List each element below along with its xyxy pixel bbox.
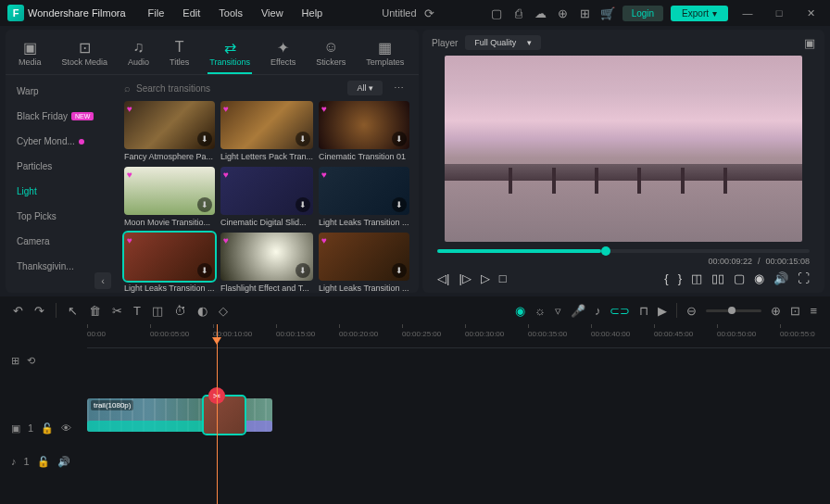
transition-card[interactable]: ♥⬇Cinematic Transition 01 bbox=[319, 101, 409, 161]
download-icon[interactable]: ⬇ bbox=[392, 197, 407, 212]
transition-card[interactable]: ♥⬇Moon Movie Transitio... bbox=[124, 167, 215, 227]
play-button[interactable]: ▷ bbox=[481, 271, 490, 285]
auto-ripple-icon[interactable]: ◉ bbox=[515, 304, 525, 318]
timeline-tracks[interactable]: 00:0000:00:05:0000:00:10:0000:00:15:0000… bbox=[87, 324, 830, 504]
tab-templates[interactable]: ▦Templates bbox=[364, 35, 406, 74]
pointer-tool[interactable]: ↖ bbox=[68, 304, 78, 318]
marker-icon[interactable]: ▿ bbox=[555, 304, 561, 318]
support-icon[interactable]: ⊕ bbox=[556, 6, 571, 20]
transition-card[interactable]: ♥⬇Flashlight Effect and T... bbox=[220, 233, 313, 293]
export-button[interactable]: Export ▾ bbox=[671, 6, 728, 21]
split-button[interactable]: ✂ bbox=[112, 304, 122, 318]
sync-icon[interactable]: ⟳ bbox=[422, 6, 437, 20]
maximize-button[interactable]: □ bbox=[767, 4, 791, 22]
grid-icon[interactable]: ⊞ bbox=[578, 6, 593, 20]
track-options-icon[interactable]: ⊞ bbox=[11, 355, 19, 367]
sidebar-item-warp[interactable]: Warp bbox=[6, 79, 115, 104]
crop-icon[interactable]: ◫ bbox=[691, 271, 702, 285]
menu-help[interactable]: Help bbox=[295, 4, 331, 22]
menu-edit[interactable]: Edit bbox=[175, 4, 208, 22]
redo-button[interactable]: ↷ bbox=[34, 304, 44, 318]
transition-card[interactable]: ♥⬇Fancy Atmosphere Pa... bbox=[124, 101, 215, 161]
zoom-slider[interactable] bbox=[706, 309, 761, 312]
sidebar-item-camera[interactable]: Camera bbox=[6, 229, 115, 254]
next-frame-button[interactable]: |▷ bbox=[459, 271, 471, 285]
download-icon[interactable]: ⬇ bbox=[296, 263, 310, 278]
color-tool[interactable]: ◐ bbox=[197, 304, 208, 318]
render-icon[interactable]: ▶ bbox=[658, 304, 667, 318]
sidebar-item-light[interactable]: Light bbox=[6, 179, 115, 204]
undo-button[interactable]: ↶ bbox=[13, 304, 23, 318]
download-icon[interactable]: ⬇ bbox=[392, 263, 407, 278]
zoom-in-button[interactable]: ⊕ bbox=[771, 304, 781, 318]
download-icon[interactable]: ⬇ bbox=[197, 132, 212, 146]
sidebar-item-toppicks[interactable]: Top Picks bbox=[6, 204, 115, 229]
progress-bar[interactable] bbox=[437, 249, 810, 253]
transition-card[interactable]: ♥⬇Light Letters Pack Tran... bbox=[220, 101, 313, 161]
transition-card[interactable]: ♥⬇Cinematic Digital Slid... bbox=[220, 167, 313, 227]
sidebar-item-blackfriday[interactable]: Black FridayNEW bbox=[6, 104, 115, 129]
prev-frame-button[interactable]: ◁| bbox=[437, 271, 449, 285]
settings-icon[interactable]: ≡ bbox=[810, 304, 817, 318]
time-ruler[interactable]: 00:0000:00:05:0000:00:10:0000:00:15:0000… bbox=[87, 324, 830, 348]
fullscreen-icon[interactable]: ⛶ bbox=[798, 271, 810, 285]
tab-effects[interactable]: ✦Effects bbox=[269, 35, 297, 74]
text-tool[interactable]: T bbox=[133, 304, 141, 318]
monitor-icon[interactable]: ▢ bbox=[489, 6, 504, 20]
tab-titles[interactable]: TTitles bbox=[168, 35, 191, 74]
snapshot-button[interactable]: ▣ bbox=[804, 36, 815, 50]
tab-transitions[interactable]: ⇄Transitions bbox=[208, 35, 252, 74]
speed-tool[interactable]: ⏱ bbox=[174, 304, 186, 318]
fit-button[interactable]: ⊡ bbox=[790, 304, 800, 318]
track-mute-icon[interactable]: 🔊 bbox=[57, 456, 70, 468]
minimize-button[interactable]: — bbox=[736, 4, 760, 22]
link-icon[interactable]: ⊂⊃ bbox=[610, 304, 630, 318]
camera-icon[interactable]: ◉ bbox=[754, 271, 764, 285]
sidebar-item-cybermond[interactable]: Cyber Mond... bbox=[6, 129, 115, 154]
download-icon[interactable]: ⬇ bbox=[296, 132, 310, 146]
transition-card[interactable]: ♥⬇Light Leaks Transition ... bbox=[319, 167, 409, 227]
video-preview[interactable] bbox=[445, 56, 802, 242]
mixer-icon[interactable]: ♪ bbox=[595, 304, 601, 318]
audio-clip[interactable] bbox=[87, 421, 208, 432]
close-button[interactable]: ✕ bbox=[799, 4, 823, 22]
track-link-icon[interactable]: ⟲ bbox=[27, 355, 35, 367]
cart-icon[interactable]: 🛒 bbox=[600, 6, 615, 20]
download-icon[interactable]: ⬇ bbox=[296, 197, 310, 212]
delete-button[interactable]: 🗑 bbox=[89, 304, 101, 318]
save-icon[interactable]: ⎙ bbox=[511, 6, 526, 20]
mic-icon[interactable]: 🎤 bbox=[571, 304, 585, 318]
download-icon[interactable]: ⬇ bbox=[197, 197, 212, 212]
track-lock-icon[interactable]: 🔓 bbox=[37, 456, 50, 468]
mark-out-button[interactable]: } bbox=[678, 271, 682, 285]
filter-dropdown[interactable]: All ▾ bbox=[347, 81, 383, 95]
track-lock-icon[interactable]: 🔓 bbox=[41, 422, 54, 435]
magnet-icon[interactable]: ⊓ bbox=[639, 304, 648, 318]
transition-card[interactable]: ♥⬇Light Leaks Transition ... bbox=[124, 233, 215, 293]
keyframe-tool[interactable]: ◇ bbox=[219, 304, 228, 318]
download-icon[interactable]: ⬇ bbox=[392, 132, 407, 146]
sidebar-item-particles[interactable]: Particles bbox=[6, 154, 115, 179]
audio-clip-2[interactable] bbox=[243, 421, 272, 432]
mark-in-button[interactable]: { bbox=[664, 271, 668, 285]
compare-icon[interactable]: ▯▯ bbox=[711, 271, 724, 285]
tab-stock-media[interactable]: ⊡Stock Media bbox=[60, 35, 110, 74]
transition-clip[interactable] bbox=[204, 397, 245, 434]
login-button[interactable]: Login bbox=[622, 6, 663, 21]
menu-file[interactable]: File bbox=[141, 4, 172, 22]
cloud-icon[interactable]: ☁ bbox=[534, 6, 548, 20]
tab-stickers[interactable]: ☺Stickers bbox=[314, 35, 347, 74]
more-options-button[interactable]: ⋯ bbox=[390, 82, 409, 94]
display-icon[interactable]: ▢ bbox=[734, 271, 745, 285]
collapse-sidebar-button[interactable]: ‹ bbox=[94, 272, 111, 289]
zoom-out-button[interactable]: ⊖ bbox=[686, 304, 697, 318]
tab-media[interactable]: ▣Media bbox=[17, 35, 44, 74]
tab-audio[interactable]: ♫Audio bbox=[126, 35, 151, 74]
download-icon[interactable]: ⬇ bbox=[197, 263, 212, 278]
volume-icon[interactable]: 🔊 bbox=[773, 271, 788, 285]
crop-tool[interactable]: ◫ bbox=[152, 304, 163, 318]
stop-button[interactable]: □ bbox=[499, 271, 507, 285]
menu-view[interactable]: View bbox=[254, 4, 291, 22]
transition-card[interactable]: ♥⬇Light Leaks Transition ... bbox=[319, 233, 409, 293]
playhead[interactable] bbox=[217, 324, 218, 504]
